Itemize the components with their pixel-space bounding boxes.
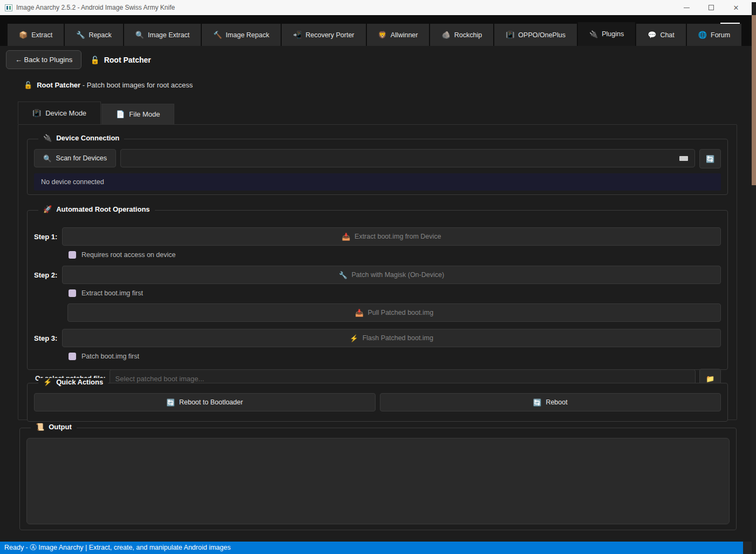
tab-oppo-oneplus[interactable]: 📳 OPPO/OnePlus <box>494 24 577 46</box>
rocket-icon: 🚀 <box>43 205 52 213</box>
quick-actions-title: ⚡ Quick Actions <box>38 378 108 386</box>
lion-icon: 🦁 <box>378 31 387 39</box>
tab-image-repack[interactable]: 🔨 Image Repack <box>202 24 281 46</box>
tab-plugins[interactable]: 🔌 Plugins <box>578 22 635 46</box>
mode-tab-bar: 📳 Device Mode 📄 File Mode <box>18 102 756 124</box>
refresh-icon: 🔄 <box>166 398 175 407</box>
app-icon <box>5 4 12 11</box>
wrench-icon: 🔧 <box>76 31 85 39</box>
wrench-icon: 🔧 <box>339 271 348 279</box>
tab-image-extract[interactable]: 🔍 Image Extract <box>124 24 201 46</box>
patch-with-magisk-button[interactable]: 🔧 Patch with Magisk (On-Device) <box>62 266 721 284</box>
requires-root-checkbox-label: Requires root access on device <box>81 251 175 259</box>
refresh-icon: 🔄 <box>706 155 714 163</box>
output-log[interactable] <box>26 438 730 524</box>
patch-boot-first-checkbox[interactable] <box>69 353 76 360</box>
extract-boot-first-checkbox[interactable] <box>69 289 76 297</box>
maximize-button[interactable] <box>699 0 724 15</box>
page-icon: 📄 <box>116 110 125 118</box>
unlock-icon: 🔓 <box>90 56 99 64</box>
plugin-description: 🔓Root Patcher - Patch boot images for ro… <box>24 81 756 89</box>
title-bar: Image Anarchy 2.5.2 - Android Image Swis… <box>0 0 756 15</box>
back-to-plugins-button[interactable]: ← Back to Plugins <box>6 50 81 69</box>
quick-actions-group: ⚡ Quick Actions 🔄 Reboot to Bootloader 🔄… <box>27 383 728 422</box>
refresh-devices-button[interactable]: 🔄 <box>699 149 721 168</box>
automated-root-operations-title: 🚀 Automated Root Operations <box>38 205 155 213</box>
automated-root-operations-group: 🚀 Automated Root Operations Step 1: 📥 Ex… <box>27 210 728 370</box>
magnifier-icon: 🔍 <box>43 154 52 163</box>
tab-allwinner[interactable]: 🦁 Allwinner <box>367 24 430 46</box>
tab-rockchip[interactable]: 🪨 Rockchip <box>430 24 493 46</box>
minimize-button[interactable] <box>674 0 699 15</box>
tab-repack[interactable]: 🔧 Repack <box>65 24 123 46</box>
scroll-icon: 📜 <box>36 423 44 431</box>
requires-root-checkbox[interactable] <box>69 251 76 259</box>
refresh-icon: 🔄 <box>533 398 542 407</box>
device-connection-title: 🔌 Device Connection <box>38 134 124 142</box>
maximize-icon <box>709 5 714 10</box>
vertical-scrollbar[interactable] <box>752 2 756 554</box>
tab-file-mode[interactable]: 📄 File Mode <box>101 104 174 124</box>
vertical-scrollbar-thumb[interactable] <box>752 15 756 185</box>
main-tab-bar: 📦 Extract 🔧 Repack 🔍 Image Extract 🔨 Ima… <box>0 15 756 46</box>
plugin-title: 🔓 Root Patcher <box>90 56 151 64</box>
status-bar: Ready - Ⓐ Image Anarchy | Extract, creat… <box>0 542 743 554</box>
inbox-tray-icon: 📥 <box>342 233 350 241</box>
globe-icon: 🌐 <box>698 31 707 39</box>
patch-boot-first-checkbox-label: Patch boot.img first <box>81 353 139 360</box>
step1-label: Step 1: <box>34 233 62 241</box>
extract-boot-first-checkbox-label: Extract boot.img first <box>81 289 143 297</box>
plug-icon: 🔌 <box>43 134 52 142</box>
combo-caret-icon <box>679 156 688 161</box>
close-icon: ✕ <box>733 4 739 12</box>
device-status-banner: No device connected <box>34 173 721 191</box>
tab-recovery-porter[interactable]: 📲 Recovery Porter <box>282 24 366 46</box>
lightning-icon: ⚡ <box>350 334 358 342</box>
tab-overflow-indicator <box>720 23 740 24</box>
minimize-icon <box>684 8 690 8</box>
reboot-button[interactable]: 🔄 Reboot <box>380 393 721 411</box>
inbox-tray-icon: 📥 <box>355 309 364 317</box>
lightning-icon: ⚡ <box>43 378 52 386</box>
tab-forum[interactable]: 🌐 Forum <box>687 24 741 46</box>
hammer-icon: 🔨 <box>213 31 222 39</box>
plugins-tab-content: ← Back to Plugins 🔓 Root Patcher 🔓Root P… <box>0 46 756 542</box>
status-text: Ready - Ⓐ Image Anarchy | Extract, creat… <box>4 543 230 552</box>
package-icon: 📦 <box>19 31 28 39</box>
device-mode-pane: 🔌 Device Connection 🔍 Scan for Devices 🔄… <box>18 124 737 420</box>
pull-patched-boot-button[interactable]: 📥 Pull Patched boot.img <box>67 303 721 322</box>
speech-balloon-icon: 💬 <box>648 31 656 39</box>
rock-icon: 🪨 <box>441 31 450 39</box>
close-button[interactable]: ✕ <box>724 0 748 15</box>
vibrating-phone-icon: 📳 <box>506 31 514 39</box>
device-select[interactable] <box>120 149 695 167</box>
device-connection-group: 🔌 Device Connection 🔍 Scan for Devices 🔄… <box>27 139 728 195</box>
step2-label: Step 2: <box>34 271 62 279</box>
tab-chat[interactable]: 💬 Chat <box>636 24 686 46</box>
output-title: 📜 Output <box>31 423 77 431</box>
tab-device-mode[interactable]: 📳 Device Mode <box>18 102 101 124</box>
tab-extract[interactable]: 📦 Extract <box>8 24 64 46</box>
reboot-to-bootloader-button[interactable]: 🔄 Reboot to Bootloader <box>34 393 376 411</box>
magnifier-icon: 🔍 <box>135 31 144 39</box>
folder-icon: 📁 <box>706 375 714 383</box>
output-group: 📜 Output <box>19 428 737 530</box>
scan-for-devices-button[interactable]: 🔍 Scan for Devices <box>34 149 116 167</box>
phone-arrow-icon: 📲 <box>293 31 302 39</box>
window-title: Image Anarchy 2.5.2 - Android Image Swis… <box>16 4 175 11</box>
plug-icon: 🔌 <box>589 30 598 38</box>
flash-patched-boot-button[interactable]: ⚡ Flash Patched boot.img <box>62 329 721 347</box>
extract-boot-img-button[interactable]: 📥 Extract boot.img from Device <box>62 227 721 246</box>
unlock-icon: 🔓 <box>24 81 32 89</box>
step3-label: Step 3: <box>34 334 62 342</box>
phone-icon: 📳 <box>32 109 41 117</box>
